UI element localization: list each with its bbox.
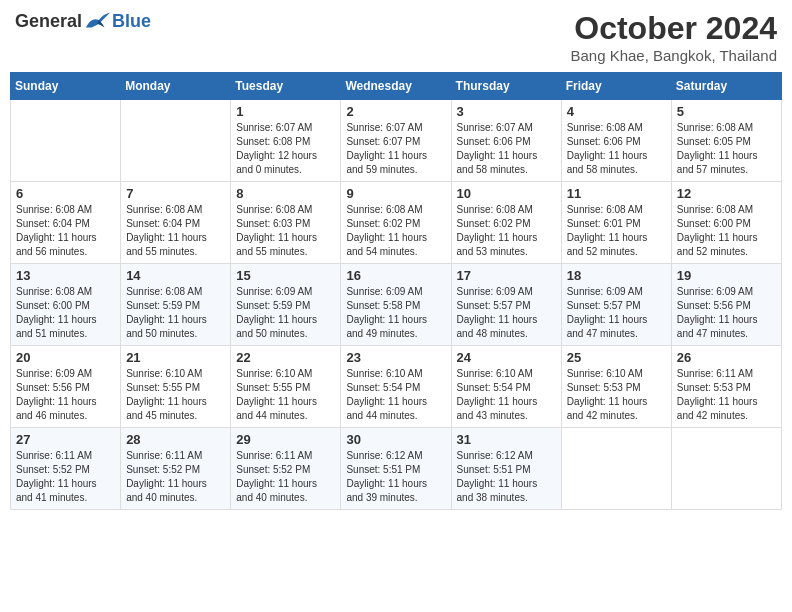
day-number: 24 [457, 350, 556, 365]
day-info: Sunrise: 6:08 AM Sunset: 5:59 PM Dayligh… [126, 285, 225, 341]
day-info: Sunrise: 6:08 AM Sunset: 6:04 PM Dayligh… [16, 203, 115, 259]
day-info: Sunrise: 6:07 AM Sunset: 6:06 PM Dayligh… [457, 121, 556, 177]
day-number: 21 [126, 350, 225, 365]
day-info: Sunrise: 6:10 AM Sunset: 5:53 PM Dayligh… [567, 367, 666, 423]
day-number: 1 [236, 104, 335, 119]
calendar-cell: 19Sunrise: 6:09 AM Sunset: 5:56 PM Dayli… [671, 264, 781, 346]
calendar-day-header: Tuesday [231, 73, 341, 100]
calendar-cell: 10Sunrise: 6:08 AM Sunset: 6:02 PM Dayli… [451, 182, 561, 264]
day-info: Sunrise: 6:08 AM Sunset: 6:02 PM Dayligh… [346, 203, 445, 259]
day-info: Sunrise: 6:08 AM Sunset: 6:00 PM Dayligh… [677, 203, 776, 259]
calendar-cell [671, 428, 781, 510]
day-info: Sunrise: 6:08 AM Sunset: 6:06 PM Dayligh… [567, 121, 666, 177]
logo-bird-icon [84, 10, 112, 32]
logo: General Blue [15, 10, 151, 32]
title-section: October 2024 Bang Khae, Bangkok, Thailan… [570, 10, 777, 64]
calendar-cell: 5Sunrise: 6:08 AM Sunset: 6:05 PM Daylig… [671, 100, 781, 182]
day-info: Sunrise: 6:07 AM Sunset: 6:08 PM Dayligh… [236, 121, 335, 177]
calendar-cell: 8Sunrise: 6:08 AM Sunset: 6:03 PM Daylig… [231, 182, 341, 264]
day-info: Sunrise: 6:11 AM Sunset: 5:53 PM Dayligh… [677, 367, 776, 423]
calendar-week-row: 1Sunrise: 6:07 AM Sunset: 6:08 PM Daylig… [11, 100, 782, 182]
day-number: 8 [236, 186, 335, 201]
day-info: Sunrise: 6:10 AM Sunset: 5:54 PM Dayligh… [457, 367, 556, 423]
day-info: Sunrise: 6:12 AM Sunset: 5:51 PM Dayligh… [346, 449, 445, 505]
day-number: 27 [16, 432, 115, 447]
calendar-cell: 2Sunrise: 6:07 AM Sunset: 6:07 PM Daylig… [341, 100, 451, 182]
day-info: Sunrise: 6:10 AM Sunset: 5:54 PM Dayligh… [346, 367, 445, 423]
calendar-location: Bang Khae, Bangkok, Thailand [570, 47, 777, 64]
day-number: 2 [346, 104, 445, 119]
day-number: 16 [346, 268, 445, 283]
day-info: Sunrise: 6:12 AM Sunset: 5:51 PM Dayligh… [457, 449, 556, 505]
day-info: Sunrise: 6:10 AM Sunset: 5:55 PM Dayligh… [236, 367, 335, 423]
calendar-cell: 6Sunrise: 6:08 AM Sunset: 6:04 PM Daylig… [11, 182, 121, 264]
day-info: Sunrise: 6:08 AM Sunset: 6:03 PM Dayligh… [236, 203, 335, 259]
calendar-cell: 14Sunrise: 6:08 AM Sunset: 5:59 PM Dayli… [121, 264, 231, 346]
calendar-day-header: Thursday [451, 73, 561, 100]
calendar-cell: 7Sunrise: 6:08 AM Sunset: 6:04 PM Daylig… [121, 182, 231, 264]
day-info: Sunrise: 6:09 AM Sunset: 5:56 PM Dayligh… [677, 285, 776, 341]
calendar-cell: 22Sunrise: 6:10 AM Sunset: 5:55 PM Dayli… [231, 346, 341, 428]
calendar-cell: 24Sunrise: 6:10 AM Sunset: 5:54 PM Dayli… [451, 346, 561, 428]
day-number: 23 [346, 350, 445, 365]
day-number: 9 [346, 186, 445, 201]
calendar-table: SundayMondayTuesdayWednesdayThursdayFrid… [10, 72, 782, 510]
day-number: 15 [236, 268, 335, 283]
day-number: 25 [567, 350, 666, 365]
calendar-cell: 28Sunrise: 6:11 AM Sunset: 5:52 PM Dayli… [121, 428, 231, 510]
calendar-title: October 2024 [570, 10, 777, 47]
day-info: Sunrise: 6:08 AM Sunset: 6:04 PM Dayligh… [126, 203, 225, 259]
calendar-cell: 20Sunrise: 6:09 AM Sunset: 5:56 PM Dayli… [11, 346, 121, 428]
logo-blue-text: Blue [112, 11, 151, 32]
day-number: 14 [126, 268, 225, 283]
day-number: 30 [346, 432, 445, 447]
day-info: Sunrise: 6:09 AM Sunset: 5:58 PM Dayligh… [346, 285, 445, 341]
calendar-cell: 27Sunrise: 6:11 AM Sunset: 5:52 PM Dayli… [11, 428, 121, 510]
day-number: 5 [677, 104, 776, 119]
calendar-cell: 1Sunrise: 6:07 AM Sunset: 6:08 PM Daylig… [231, 100, 341, 182]
day-info: Sunrise: 6:09 AM Sunset: 5:57 PM Dayligh… [457, 285, 556, 341]
calendar-cell [561, 428, 671, 510]
day-number: 29 [236, 432, 335, 447]
day-number: 4 [567, 104, 666, 119]
calendar-header-row: SundayMondayTuesdayWednesdayThursdayFrid… [11, 73, 782, 100]
day-number: 7 [126, 186, 225, 201]
day-info: Sunrise: 6:07 AM Sunset: 6:07 PM Dayligh… [346, 121, 445, 177]
calendar-cell: 16Sunrise: 6:09 AM Sunset: 5:58 PM Dayli… [341, 264, 451, 346]
calendar-week-row: 6Sunrise: 6:08 AM Sunset: 6:04 PM Daylig… [11, 182, 782, 264]
day-info: Sunrise: 6:09 AM Sunset: 5:56 PM Dayligh… [16, 367, 115, 423]
calendar-cell: 12Sunrise: 6:08 AM Sunset: 6:00 PM Dayli… [671, 182, 781, 264]
day-info: Sunrise: 6:09 AM Sunset: 5:57 PM Dayligh… [567, 285, 666, 341]
calendar-cell [121, 100, 231, 182]
day-number: 19 [677, 268, 776, 283]
day-info: Sunrise: 6:08 AM Sunset: 6:01 PM Dayligh… [567, 203, 666, 259]
day-number: 28 [126, 432, 225, 447]
logo-general-text: General [15, 11, 82, 32]
day-info: Sunrise: 6:11 AM Sunset: 5:52 PM Dayligh… [126, 449, 225, 505]
day-number: 26 [677, 350, 776, 365]
day-number: 3 [457, 104, 556, 119]
calendar-cell: 15Sunrise: 6:09 AM Sunset: 5:59 PM Dayli… [231, 264, 341, 346]
calendar-day-header: Saturday [671, 73, 781, 100]
calendar-cell: 3Sunrise: 6:07 AM Sunset: 6:06 PM Daylig… [451, 100, 561, 182]
day-number: 6 [16, 186, 115, 201]
calendar-cell: 26Sunrise: 6:11 AM Sunset: 5:53 PM Dayli… [671, 346, 781, 428]
calendar-day-header: Friday [561, 73, 671, 100]
day-number: 13 [16, 268, 115, 283]
calendar-cell: 29Sunrise: 6:11 AM Sunset: 5:52 PM Dayli… [231, 428, 341, 510]
day-number: 12 [677, 186, 776, 201]
day-number: 31 [457, 432, 556, 447]
calendar-week-row: 20Sunrise: 6:09 AM Sunset: 5:56 PM Dayli… [11, 346, 782, 428]
day-number: 10 [457, 186, 556, 201]
day-info: Sunrise: 6:09 AM Sunset: 5:59 PM Dayligh… [236, 285, 335, 341]
calendar-cell: 4Sunrise: 6:08 AM Sunset: 6:06 PM Daylig… [561, 100, 671, 182]
day-info: Sunrise: 6:11 AM Sunset: 5:52 PM Dayligh… [236, 449, 335, 505]
calendar-cell: 17Sunrise: 6:09 AM Sunset: 5:57 PM Dayli… [451, 264, 561, 346]
calendar-cell: 9Sunrise: 6:08 AM Sunset: 6:02 PM Daylig… [341, 182, 451, 264]
day-info: Sunrise: 6:10 AM Sunset: 5:55 PM Dayligh… [126, 367, 225, 423]
day-info: Sunrise: 6:08 AM Sunset: 6:05 PM Dayligh… [677, 121, 776, 177]
day-info: Sunrise: 6:08 AM Sunset: 6:02 PM Dayligh… [457, 203, 556, 259]
calendar-cell: 13Sunrise: 6:08 AM Sunset: 6:00 PM Dayli… [11, 264, 121, 346]
calendar-day-header: Monday [121, 73, 231, 100]
calendar-cell: 23Sunrise: 6:10 AM Sunset: 5:54 PM Dayli… [341, 346, 451, 428]
